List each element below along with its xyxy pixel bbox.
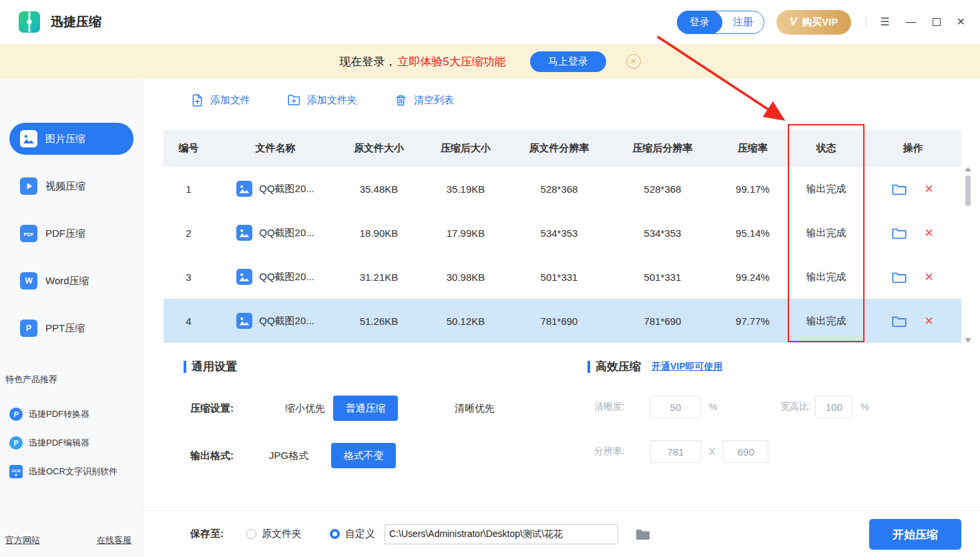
resolution-height-input[interactable] [723,440,768,463]
header-filename: 文件名称 [214,142,337,155]
image-compress-icon [20,130,37,147]
svg-text:P: P [26,324,31,333]
open-folder-icon[interactable] [892,315,907,328]
cell-compressed-resolution: 501*331 [607,271,718,283]
delete-icon[interactable]: ✕ [924,270,933,284]
add-folder-label: 添加文件夹 [307,94,357,107]
clear-list-button[interactable]: 清空列表 [394,93,454,107]
table-row[interactable]: 2 QQ截图20... 18.90KB 17.99KB 534*353 534*… [164,211,961,255]
cell-number: 1 [164,183,214,195]
resolution-row: 分辨率: X [587,440,980,463]
product-ocr-software[interactable]: OCR 迅捷OCR文字识别软件 [0,457,143,486]
recommended-products: P 迅捷PDF转换器 P 迅捷PDF编辑器 OCR 迅捷OCR文字识别软件 [0,400,143,486]
minimize-button[interactable]: — [906,17,917,27]
output-format-row: 输出格式: JPG格式 格式不变 [184,443,541,468]
buy-vip-label: 购买VIP [802,16,838,29]
aspect-ratio-input[interactable] [815,396,852,418]
product-pdf-editor[interactable]: P 迅捷PDF编辑器 [0,428,143,457]
option-clarity-priority[interactable]: 清晰优先 [455,402,495,415]
compression-setting-label: 压缩设置: [190,402,234,415]
start-compression-button[interactable]: 开始压缩 [869,519,961,550]
cell-original-size: 18.90KB [337,227,421,239]
buy-vip-button[interactable]: V 购买VIP [776,10,852,35]
resolution-label: 分辨率: [594,446,625,458]
product-pdf-converter[interactable]: P 迅捷PDF转换器 [0,400,143,428]
close-button[interactable]: ✕ [957,17,965,27]
open-folder-icon[interactable] [892,183,907,195]
banner-close-icon[interactable]: ✕ [626,54,641,69]
radio-original-folder-circle[interactable] [246,529,256,539]
trash-icon [394,93,408,107]
title-bar-accent [587,361,590,373]
radio-custom-folder[interactable]: 自定义 [330,528,375,540]
delete-icon[interactable]: ✕ [924,314,933,328]
titlebar-divider [866,17,867,27]
sidebar-item-video-compress[interactable]: 视频压缩 [9,170,134,202]
delete-icon[interactable]: ✕ [924,182,933,196]
app-window: 迅捷压缩 登录 注册 V 购买VIP ☰ — ✕ 现在登录， 立即体验5大压缩功… [0,0,980,557]
sidebar-item-label: 图片压缩 [45,133,85,145]
resolution-width-input[interactable] [650,440,701,463]
clarity-input[interactable] [650,396,701,418]
add-file-button[interactable]: 添加文件 [190,93,250,107]
svg-text:P: P [13,410,19,418]
toolbar: 添加文件 添加文件夹 清空列表 [144,79,980,107]
sidebar-item-pdf-compress[interactable]: PDF PDF压缩 [9,217,134,249]
option-shrink-priority[interactable]: 缩小优先 [285,402,325,415]
option-keep-format[interactable]: 格式不变 [331,443,396,468]
file-table-header: 编号 文件名称 原文件大小 压缩后大小 原文件分辨率 压缩后分辨率 压缩率 状态… [164,130,961,167]
add-folder-button[interactable]: 添加文件夹 [287,93,357,107]
login-button[interactable]: 登录 [677,11,722,34]
filename-text: QQ截图20... [259,315,314,328]
delete-icon[interactable]: ✕ [924,226,933,240]
header-status: 状态 [788,142,865,155]
option-jpg-format[interactable]: JPG格式 [269,450,308,462]
sidebar-nav: 图片压缩 视频压缩 PDF PDF压缩 W [0,123,143,344]
save-path-input[interactable] [385,524,618,544]
add-folder-icon [287,93,301,107]
radio-original-folder[interactable]: 原文件夹 [246,528,302,540]
image-file-icon [236,269,252,285]
header-original-resolution: 原文件分辨率 [511,142,607,155]
cell-filename: QQ截图20... [214,225,337,241]
scrollbar-up-icon[interactable] [965,167,971,171]
banner-text: 现在登录， [339,54,396,69]
compression-setting-row: 压缩设置: 缩小优先 普通压缩 清晰优先 [184,396,541,421]
open-folder-icon[interactable] [892,271,907,284]
radio-custom-folder-label: 自定义 [345,528,375,540]
vip-v-icon: V [790,15,797,29]
sidebar-item-word-compress[interactable]: W Word压缩 [9,265,134,297]
option-normal-compression[interactable]: 普通压缩 [333,396,398,421]
image-file-icon [236,313,252,329]
general-settings-title: 通用设置 [184,359,541,374]
sidebar-item-image-compress[interactable]: 图片压缩 [9,123,134,155]
table-row[interactable]: 4 QQ截图20... 51.26KB 50.12KB 781*690 781*… [164,299,961,343]
header-ratio: 压缩率 [718,142,788,155]
file-table-body: 1 QQ截图20... 35.48KB 35.19KB 528*368 528*… [164,167,961,343]
app-title: 迅捷压缩 [51,13,101,31]
scrollbar-down-icon[interactable] [965,338,971,343]
output-format-label: 输出格式: [190,450,234,462]
browse-folder-icon[interactable] [636,528,650,540]
ppt-compress-icon: P [20,320,37,337]
cell-ratio: 95.14% [718,227,788,239]
login-promo-banner: 现在登录， 立即体验5大压缩功能 马上登录 ✕ [0,44,980,79]
online-service-link[interactable]: 在线客服 [97,534,132,546]
aspect-ratio-label: 宽高比: [780,401,811,413]
open-folder-icon[interactable] [892,227,907,239]
open-vip-link[interactable]: 开通VIP即可使用 [652,361,723,373]
scrollbar-thumb[interactable] [965,175,971,206]
sidebar-item-ppt-compress[interactable]: P PPT压缩 [9,312,134,344]
login-now-button[interactable]: 马上登录 [530,51,606,72]
cell-filename: QQ截图20... [214,313,337,329]
vip-settings: 高效压缩 开通VIP即可使用 清晰度: % 宽高比: % 分辨率: [541,359,980,468]
radio-custom-folder-circle[interactable] [330,529,340,539]
table-row[interactable]: 3 QQ截图20... 31.21KB 30.98KB 501*331 501*… [164,255,961,299]
add-file-icon [190,93,204,107]
official-website-link[interactable]: 官方网站 [5,534,40,546]
menu-icon[interactable]: ☰ [880,17,889,27]
maximize-button[interactable] [933,18,941,26]
table-row[interactable]: 1 QQ截图20... 35.48KB 35.19KB 528*368 528*… [164,167,961,211]
cell-status: 输出完成 [788,271,865,284]
register-button[interactable]: 注册 [722,16,764,29]
